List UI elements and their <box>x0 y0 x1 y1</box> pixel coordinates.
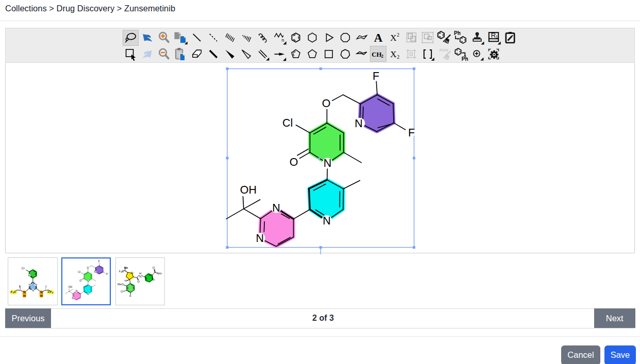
svg-text:X: X <box>390 33 396 43</box>
svg-text:n: n <box>282 38 284 43</box>
svg-text:RXN: RXN <box>440 48 448 53</box>
svg-text:Me: Me <box>124 266 128 269</box>
svg-text:MeO: MeO <box>117 283 123 286</box>
svg-text:N: N <box>139 275 141 278</box>
svg-text:Cl: Cl <box>22 266 25 270</box>
svg-text:Ph: Ph <box>454 30 461 36</box>
svg-text:H: H <box>40 294 43 298</box>
svg-text:2: 2 <box>397 54 399 60</box>
svg-text:O: O <box>130 271 133 274</box>
svg-text:2: 2 <box>397 32 399 38</box>
svg-text:H: H <box>139 272 141 275</box>
svg-text:F3C: F3C <box>119 270 124 273</box>
svg-text:N: N <box>152 278 154 281</box>
svg-text:N: N <box>32 289 34 292</box>
svg-text:N: N <box>29 283 31 286</box>
svg-text:F3C: F3C <box>11 290 16 294</box>
svg-text:1: 1 <box>496 34 498 40</box>
svg-text:O: O <box>152 266 155 269</box>
svg-text:O: O <box>137 280 140 283</box>
svg-text:H: H <box>23 294 26 298</box>
svg-text:H: H <box>124 279 126 282</box>
svg-text:N: N <box>35 283 37 286</box>
svg-text:CH: CH <box>372 51 381 58</box>
svg-text:2: 2 <box>381 54 384 59</box>
svg-text:Cl: Cl <box>120 290 123 293</box>
svg-text:X: X <box>390 49 396 59</box>
svg-text:A: A <box>374 31 383 44</box>
svg-text:Ph: Ph <box>462 56 468 62</box>
svg-text:NH2: NH2 <box>157 272 162 275</box>
svg-text:F: F <box>129 294 131 298</box>
svg-text:N: N <box>28 274 30 277</box>
